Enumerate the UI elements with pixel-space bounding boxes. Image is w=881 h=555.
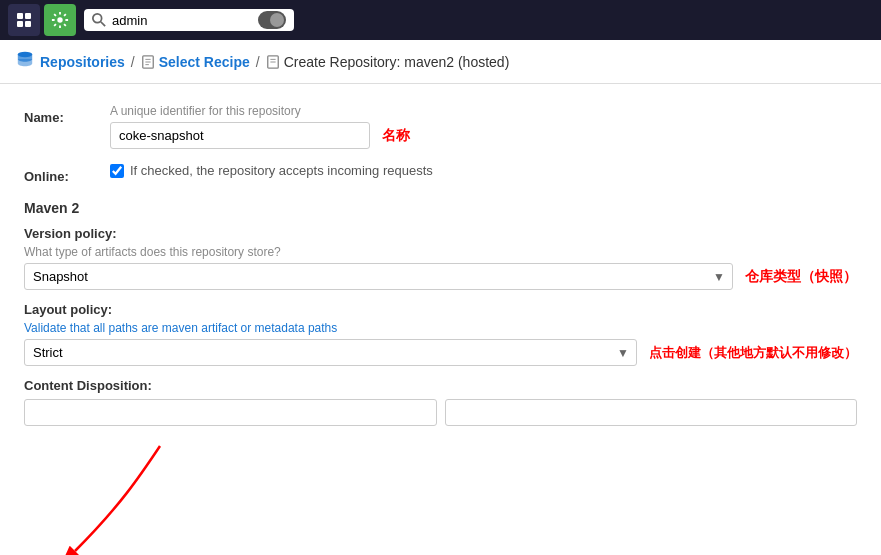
content-disposition-label: Content Disposition:	[24, 378, 857, 393]
search-bar: admin	[84, 9, 294, 31]
content-disposition-section: Content Disposition:	[24, 378, 857, 426]
search-input[interactable]: admin	[112, 13, 252, 28]
layout-policy-section: Layout policy: Validate that all paths a…	[24, 302, 857, 366]
breadcrumb: Repositories / Select Recipe / Create Re…	[0, 40, 881, 84]
content-input-2[interactable]	[445, 399, 858, 426]
name-input-wrapper: coke-snapshot 名称	[110, 122, 857, 149]
version-policy-section: Version policy: What type of artifacts d…	[24, 226, 857, 290]
layout-select-wrapper: Strict Permissive ▼	[24, 339, 637, 366]
svg-rect-0	[17, 13, 23, 19]
breadcrumb-sep2: /	[256, 54, 260, 70]
svg-line-6	[101, 22, 105, 26]
version-policy-label: Version policy:	[24, 226, 857, 241]
svg-rect-3	[25, 21, 31, 27]
name-row: Name: A unique identifier for this repos…	[24, 104, 857, 149]
current-page-breadcrumb: Create Repository: maven2 (hosted)	[266, 54, 510, 70]
name-label: Name:	[24, 104, 94, 125]
online-checkbox-row: If checked, the repository accepts incom…	[110, 163, 857, 178]
layout-policy-select[interactable]: Strict Permissive	[24, 339, 637, 366]
name-content: A unique identifier for this repository …	[110, 104, 857, 149]
name-input[interactable]: coke-snapshot	[110, 122, 370, 149]
recipe-icon	[141, 55, 155, 69]
name-hint: A unique identifier for this repository	[110, 104, 857, 118]
svg-point-5	[93, 14, 102, 23]
maven2-section-heading: Maven 2	[24, 200, 857, 216]
logo-icon[interactable]	[8, 4, 40, 36]
content-input-1[interactable]	[24, 399, 437, 426]
online-hint: If checked, the repository accepts incom…	[130, 163, 433, 178]
version-select-row: Snapshot Release Mixed ▼ 仓库类型（快照）	[24, 263, 857, 290]
online-label: Online:	[24, 163, 94, 184]
version-policy-select[interactable]: Snapshot Release Mixed	[24, 263, 733, 290]
layout-policy-hint: Validate that all paths are maven artifa…	[24, 321, 857, 335]
layout-select-row: Strict Permissive ▼ 点击创建（其他地方默认不用修改）	[24, 339, 857, 366]
layout-annotation: 点击创建（其他地方默认不用修改）	[649, 344, 857, 362]
name-annotation: 名称	[382, 127, 410, 145]
gear-icon[interactable]	[44, 4, 76, 36]
version-annotation: 仓库类型（快照）	[745, 268, 857, 286]
search-toggle[interactable]	[258, 11, 286, 29]
svg-rect-2	[17, 21, 23, 27]
navbar: admin	[0, 0, 881, 40]
select-recipe-link[interactable]: Select Recipe	[159, 54, 250, 70]
version-policy-hint: What type of artifacts does this reposit…	[24, 245, 857, 259]
select-recipe-breadcrumb: Select Recipe	[141, 54, 250, 70]
breadcrumb-db-icon	[16, 50, 34, 73]
content-inputs-row	[24, 399, 857, 426]
version-select-wrapper: Snapshot Release Mixed ▼	[24, 263, 733, 290]
breadcrumb-sep1: /	[131, 54, 135, 70]
online-content: If checked, the repository accepts incom…	[110, 163, 857, 178]
repositories-link[interactable]: Repositories	[40, 54, 125, 70]
current-page-icon	[266, 55, 280, 69]
main-form: Name: A unique identifier for this repos…	[0, 84, 881, 555]
current-page-label: Create Repository: maven2 (hosted)	[284, 54, 510, 70]
svg-rect-1	[25, 13, 31, 19]
svg-point-4	[57, 17, 62, 22]
online-checkbox[interactable]	[110, 164, 124, 178]
layout-policy-label: Layout policy:	[24, 302, 857, 317]
online-row: Online: If checked, the repository accep…	[24, 163, 857, 184]
